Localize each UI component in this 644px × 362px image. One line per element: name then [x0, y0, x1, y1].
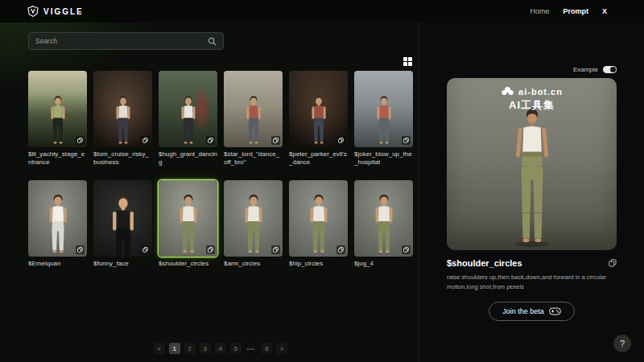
- copy-icon[interactable]: [402, 245, 411, 254]
- viggle-logo[interactable]: VIGGLE: [27, 6, 84, 17]
- copy-icon[interactable]: [609, 259, 617, 267]
- grid-item-label: $hugh_grant_dancing: [159, 150, 217, 175]
- grid-item[interactable]: $joker_blow_up_the_hospital: [354, 71, 413, 175]
- gamepad-icon: [549, 307, 561, 315]
- pagination-item-label: 8: [265, 345, 268, 352]
- watermark: ai-bot.cn AI工具集: [447, 86, 617, 113]
- grid-item-label: $funny_face: [93, 260, 152, 284]
- grid-item[interactable]: $Emeiquan: [28, 180, 87, 284]
- pagination-item-label: 5: [234, 345, 237, 352]
- detail-title: $shoulder_circles: [447, 258, 522, 268]
- pagination-item-label: 2: [188, 345, 192, 352]
- nav-home[interactable]: Home: [530, 7, 549, 15]
- grid-item-thumbnail[interactable]: [224, 71, 283, 147]
- person-figure: [111, 95, 134, 145]
- pagination-item[interactable]: <: [154, 343, 165, 354]
- grid-item-thumbnail[interactable]: [159, 180, 217, 257]
- person-figure: [304, 193, 333, 254]
- pagination-item-label: 4: [219, 345, 222, 352]
- grid-item[interactable]: $hip_circles: [289, 180, 348, 284]
- pagination-item[interactable]: 2: [184, 343, 196, 354]
- grid-item-thumbnail[interactable]: [159, 71, 217, 147]
- pagination-item-label: <: [157, 345, 161, 352]
- person-figure: [105, 194, 140, 257]
- grid-item-thumbnail[interactable]: [28, 71, 87, 147]
- copy-icon[interactable]: [141, 245, 150, 254]
- copy-icon[interactable]: [76, 245, 85, 254]
- example-person-figure: [499, 105, 564, 249]
- detail-description: raise shoulders up,then back,down,and fo…: [447, 273, 617, 291]
- grid-item-label: $tom_cruise_risky_business: [93, 150, 152, 175]
- join-beta-button[interactable]: Join the beta: [489, 302, 575, 321]
- person-figure: [307, 95, 330, 145]
- nav-prompt[interactable]: Prompt: [563, 7, 588, 15]
- person-figure: [239, 193, 268, 254]
- example-label: Example: [573, 66, 598, 73]
- person-figure: [46, 95, 69, 145]
- pagination-item[interactable]: 8: [261, 343, 272, 354]
- pagination-item[interactable]: 4: [215, 343, 226, 354]
- grid-item[interactable]: $arm_circles: [224, 180, 283, 284]
- grid-item-label: $Emeiquan: [28, 260, 87, 284]
- pagination-item[interactable]: •••: [246, 343, 257, 354]
- person-figure: [369, 193, 398, 254]
- copy-icon[interactable]: [206, 245, 215, 254]
- copy-icon[interactable]: [271, 245, 280, 254]
- example-toggle[interactable]: [603, 66, 617, 73]
- copy-icon[interactable]: [141, 136, 150, 145]
- grid-item-thumbnail[interactable]: [354, 71, 413, 147]
- help-button[interactable]: ?: [613, 335, 631, 352]
- grid-item-thumbnail[interactable]: [289, 71, 348, 147]
- view-toolbar: [28, 55, 413, 68]
- grid-view-icon[interactable]: [402, 55, 413, 68]
- pagination-item[interactable]: 5: [230, 343, 242, 354]
- search-icon: [208, 37, 217, 46]
- copy-icon[interactable]: [402, 136, 411, 145]
- grid-item-thumbnail[interactable]: [224, 180, 283, 257]
- grid-item-thumbnail[interactable]: [93, 180, 152, 257]
- grid-item[interactable]: $funny_face: [93, 180, 152, 284]
- copy-icon[interactable]: [336, 136, 345, 145]
- grid-item[interactable]: $peter_parker_evil's_dance: [289, 71, 348, 175]
- grid-item-label: $arm_circles: [224, 260, 283, 284]
- grid-item-label: $jog_4: [354, 260, 413, 284]
- copy-icon[interactable]: [336, 245, 345, 254]
- top-bar: VIGGLE Home Prompt X: [0, 0, 644, 23]
- search-bar[interactable]: [28, 32, 224, 50]
- person-figure: [176, 95, 200, 145]
- preview-card: ai-bot.cn AI工具集: [447, 78, 617, 250]
- nav-x-link[interactable]: X: [602, 7, 607, 15]
- grid-item-thumbnail[interactable]: [28, 180, 87, 257]
- grid-item[interactable]: $lil_yachty_stage_entrance: [28, 71, 87, 175]
- grid-item-thumbnail[interactable]: [354, 180, 413, 257]
- pagination-item[interactable]: >: [276, 343, 287, 354]
- grid-item-thumbnail[interactable]: [289, 180, 348, 257]
- logo-text: VIGGLE: [43, 7, 84, 16]
- copy-icon[interactable]: [206, 136, 215, 145]
- grid-item[interactable]: $jog_4: [354, 180, 413, 284]
- pagination: < 1 2 3 4 5 ••• 8 >: [28, 343, 413, 354]
- top-nav: Home Prompt X: [530, 7, 607, 15]
- grid-item-thumbnail[interactable]: [93, 71, 152, 147]
- example-row: Example: [447, 66, 617, 73]
- person-figure: [372, 95, 395, 145]
- viggle-logo-icon: [27, 6, 39, 17]
- grid-item-label: $hip_circles: [289, 260, 348, 284]
- copy-icon[interactable]: [76, 136, 85, 145]
- watermark-line2: AI工具集: [509, 98, 555, 113]
- grid-item[interactable]: $star_lord_"dance_off_bro": [224, 71, 283, 175]
- detail-title-row: $shoulder_circles: [447, 258, 617, 268]
- grid-item-label: $joker_blow_up_the_hospital: [354, 150, 413, 175]
- grid-item[interactable]: $hugh_grant_dancing: [159, 71, 217, 175]
- watermark-logo-icon: [501, 86, 514, 97]
- grid-item[interactable]: $shoulder_circles: [159, 180, 217, 284]
- person-figure: [242, 95, 265, 145]
- pagination-item[interactable]: 1: [169, 343, 180, 354]
- grid-item-label: $shoulder_circles: [159, 260, 217, 284]
- person-figure: [174, 193, 203, 254]
- grid-item[interactable]: $tom_cruise_risky_business: [93, 71, 152, 175]
- copy-icon[interactable]: [271, 136, 280, 145]
- search-input[interactable]: [35, 37, 208, 45]
- pagination-item-label: 3: [204, 345, 207, 352]
- pagination-item[interactable]: 3: [200, 343, 211, 354]
